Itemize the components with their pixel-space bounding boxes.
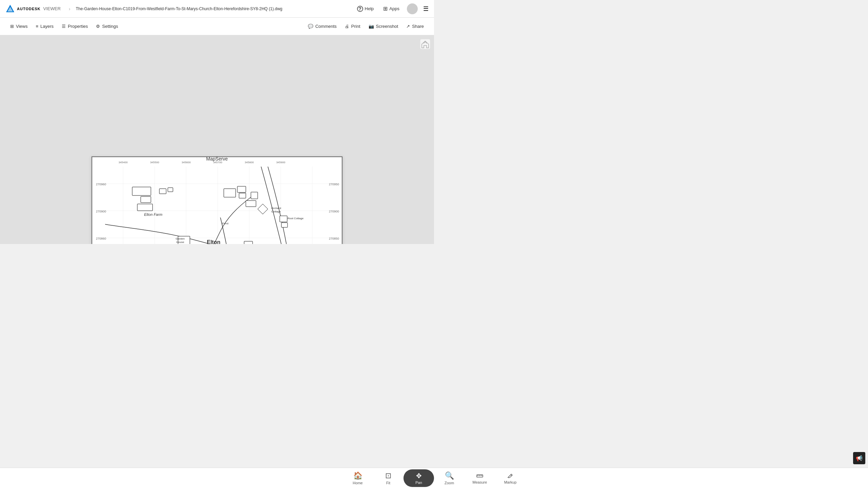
apps-icon: ⊞ <box>383 5 388 12</box>
svg-text:345900: 345900 <box>276 161 285 164</box>
svg-text:Pond: Pond <box>222 222 229 225</box>
views-button[interactable]: ⊞ Views <box>7 22 31 31</box>
svg-text:Elton Farm: Elton Farm <box>144 212 162 217</box>
layers-label: Layers <box>40 24 54 29</box>
header-right: ? Help ⊞ Apps ☰ <box>355 3 429 14</box>
svg-rect-34 <box>132 187 151 195</box>
map-drawing: 270960 270900 270860 270800 270767 27095… <box>92 156 342 244</box>
settings-icon: ⚙ <box>96 24 100 29</box>
properties-label: Properties <box>68 24 88 29</box>
avatar[interactable] <box>407 3 418 14</box>
settings-button[interactable]: ⚙ Settings <box>93 22 121 31</box>
svg-rect-39 <box>224 189 236 197</box>
svg-text:Orchard: Orchard <box>271 207 281 210</box>
svg-rect-3 <box>92 156 342 244</box>
views-label: Views <box>16 24 27 29</box>
svg-text:345600: 345600 <box>182 161 191 164</box>
svg-text:270900: 270900 <box>96 210 106 213</box>
toolbar: ⊞ Views ≡ Layers ☰ Properties ⚙ Settings… <box>0 18 434 35</box>
svg-text:270860: 270860 <box>96 237 106 240</box>
svg-text:345800: 345800 <box>245 161 254 164</box>
layers-button[interactable]: ≡ Layers <box>32 22 57 31</box>
svg-rect-41 <box>239 193 246 198</box>
svg-text:270950: 270950 <box>329 183 339 186</box>
screenshot-button[interactable]: 📷 Screenshot <box>365 22 402 31</box>
header: AUTODESK VIEWER › The-Garden-House-Elton… <box>0 0 434 18</box>
toolbar-right: 💬 Comments 🖨 Print 📷 Screenshot ↗ Share <box>304 22 427 31</box>
autodesk-label: AUTODESK <box>17 7 41 11</box>
svg-text:345500: 345500 <box>150 161 159 164</box>
file-name: The-Garden-House-Elton-C1019-From-Westfi… <box>76 6 352 11</box>
svg-text:Root Cottage: Root Cottage <box>288 217 304 220</box>
properties-icon: ☰ <box>62 24 66 29</box>
views-icon: ⊞ <box>10 24 14 29</box>
share-button[interactable]: ↗ Share <box>403 22 427 31</box>
screenshot-label: Screenshot <box>376 24 398 29</box>
svg-rect-43 <box>246 201 256 207</box>
svg-rect-36 <box>137 204 153 211</box>
share-label: Share <box>412 24 424 29</box>
svg-text:Garden: Garden <box>176 237 185 240</box>
properties-button[interactable]: ☰ Properties <box>58 22 91 31</box>
layers-icon: ≡ <box>36 24 38 29</box>
svg-rect-35 <box>141 196 151 203</box>
svg-rect-46 <box>281 223 288 227</box>
svg-rect-45 <box>280 216 287 222</box>
comments-button[interactable]: 💬 Comments <box>304 22 340 31</box>
autodesk-logo-icon <box>5 4 15 14</box>
svg-text:270960: 270960 <box>96 183 106 186</box>
svg-text:Cottage: Cottage <box>271 210 281 213</box>
comments-label: Comments <box>315 24 337 29</box>
print-label: Print <box>351 24 360 29</box>
apps-label: Apps <box>389 6 399 11</box>
screenshot-icon: 📷 <box>369 24 374 29</box>
svg-text:270850: 270850 <box>329 237 339 240</box>
svg-rect-37 <box>159 189 166 194</box>
print-icon: 🖨 <box>345 24 349 29</box>
map-container[interactable]: 270960 270900 270860 270800 270767 27095… <box>91 156 343 244</box>
apps-button[interactable]: ⊞ Apps <box>381 4 401 13</box>
svg-text:MapServe: MapServe <box>206 156 228 162</box>
main-content: 270960 270900 270860 270800 270767 27095… <box>0 35 434 244</box>
help-label: Help <box>365 6 374 11</box>
svg-rect-40 <box>237 186 246 192</box>
comments-icon: 💬 <box>308 24 313 29</box>
svg-text:Elton: Elton <box>207 239 220 244</box>
svg-text:345400: 345400 <box>119 161 128 164</box>
print-button[interactable]: 🖨 Print <box>341 22 364 31</box>
share-icon: ↗ <box>406 24 410 29</box>
svg-rect-51 <box>244 241 253 244</box>
svg-text:270900: 270900 <box>329 210 339 213</box>
help-icon: ? <box>357 6 363 12</box>
svg-rect-42 <box>251 192 258 199</box>
help-button[interactable]: ? Help <box>355 4 376 13</box>
svg-text:House: House <box>176 241 184 244</box>
svg-rect-38 <box>168 188 173 192</box>
home-view-button[interactable] <box>419 38 431 50</box>
viewer-label: VIEWER <box>43 6 61 11</box>
hamburger-menu-icon[interactable]: ☰ <box>423 5 429 13</box>
breadcrumb-separator: › <box>69 6 71 12</box>
settings-label: Settings <box>102 24 118 29</box>
logo: AUTODESK VIEWER <box>5 4 61 14</box>
home-icon <box>420 39 430 49</box>
